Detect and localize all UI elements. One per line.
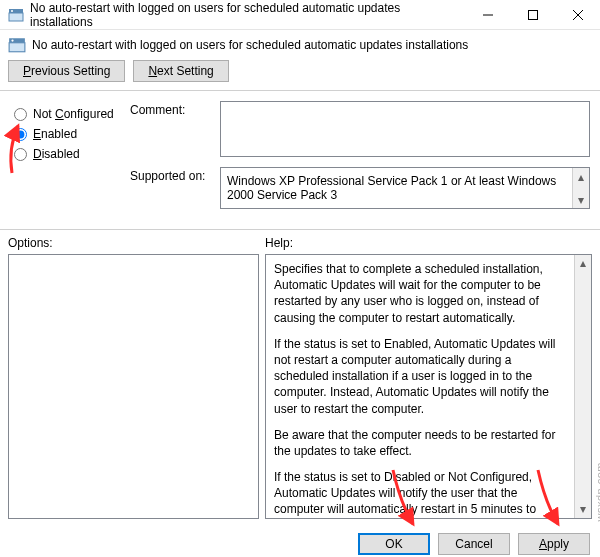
help-p3: Be aware that the computer needs to be r… xyxy=(274,427,569,459)
svg-rect-0 xyxy=(9,13,23,21)
svg-point-2 xyxy=(11,10,13,12)
detail-section: Options: Help: Specifies that to complet… xyxy=(0,230,600,525)
supported-on-text: Windows XP Professional Service Pack 1 o… xyxy=(227,174,583,202)
supported-label: Supported on: xyxy=(130,167,220,209)
radio-disabled-input[interactable] xyxy=(14,148,27,161)
help-header: Help: xyxy=(265,236,592,250)
window-title: No auto-restart with logged on users for… xyxy=(30,1,465,29)
apply-button[interactable]: Apply xyxy=(518,533,590,555)
policy-header: No auto-restart with logged on users for… xyxy=(0,30,600,56)
radio-enabled-label: Enabled xyxy=(33,127,77,141)
policy-icon xyxy=(8,7,24,23)
radio-enabled[interactable]: Enabled xyxy=(14,127,122,141)
help-box: Specifies that to complete a scheduled i… xyxy=(265,254,592,519)
help-scrollbar[interactable]: ▴ ▾ xyxy=(574,255,591,518)
titlebar: No auto-restart with logged on users for… xyxy=(0,0,600,30)
watermark: wsxdn.com xyxy=(594,462,600,522)
help-p4: If the status is set to Disabled or Not … xyxy=(274,469,569,519)
config-section: Not Configured Enabled Disabled Comment:… xyxy=(0,91,600,230)
svg-point-9 xyxy=(11,39,13,41)
comment-label: Comment: xyxy=(130,101,220,157)
radio-not-configured[interactable]: Not Configured xyxy=(14,107,122,121)
previous-setting-button[interactable]: Previous Setting xyxy=(8,60,125,82)
radio-disabled[interactable]: Disabled xyxy=(14,147,122,161)
svg-rect-4 xyxy=(528,10,537,19)
supported-scrollbar[interactable]: ▴ ▾ xyxy=(572,168,589,208)
maximize-button[interactable] xyxy=(510,0,555,30)
scroll-down-icon[interactable]: ▾ xyxy=(573,191,589,208)
next-setting-button[interactable]: Next Setting xyxy=(133,60,228,82)
help-p1: Specifies that to complete a scheduled i… xyxy=(274,261,569,326)
cancel-button[interactable]: Cancel xyxy=(438,533,510,555)
radio-enabled-input[interactable] xyxy=(14,128,27,141)
options-box xyxy=(8,254,259,519)
svg-rect-7 xyxy=(9,43,25,52)
comment-input[interactable] xyxy=(220,101,590,157)
options-header: Options: xyxy=(8,236,259,250)
policy-header-icon xyxy=(8,36,26,54)
scroll-up-icon[interactable]: ▴ xyxy=(575,255,591,272)
nav-row: Previous Setting Next Setting xyxy=(0,56,600,91)
minimize-button[interactable] xyxy=(465,0,510,30)
supported-on-box: Windows XP Professional Service Pack 1 o… xyxy=(220,167,590,209)
policy-name: No auto-restart with logged on users for… xyxy=(32,38,468,52)
dialog-footer: OK Cancel Apply xyxy=(0,525,600,557)
radio-not-configured-input[interactable] xyxy=(14,108,27,121)
scroll-up-icon[interactable]: ▴ xyxy=(573,168,589,185)
radio-disabled-label: Disabled xyxy=(33,147,80,161)
help-p2: If the status is set to Enabled, Automat… xyxy=(274,336,569,417)
state-radios: Not Configured Enabled Disabled xyxy=(0,91,130,229)
scroll-down-icon[interactable]: ▾ xyxy=(575,501,591,518)
close-button[interactable] xyxy=(555,0,600,30)
ok-button[interactable]: OK xyxy=(358,533,430,555)
radio-not-configured-label: Not Configured xyxy=(33,107,114,121)
